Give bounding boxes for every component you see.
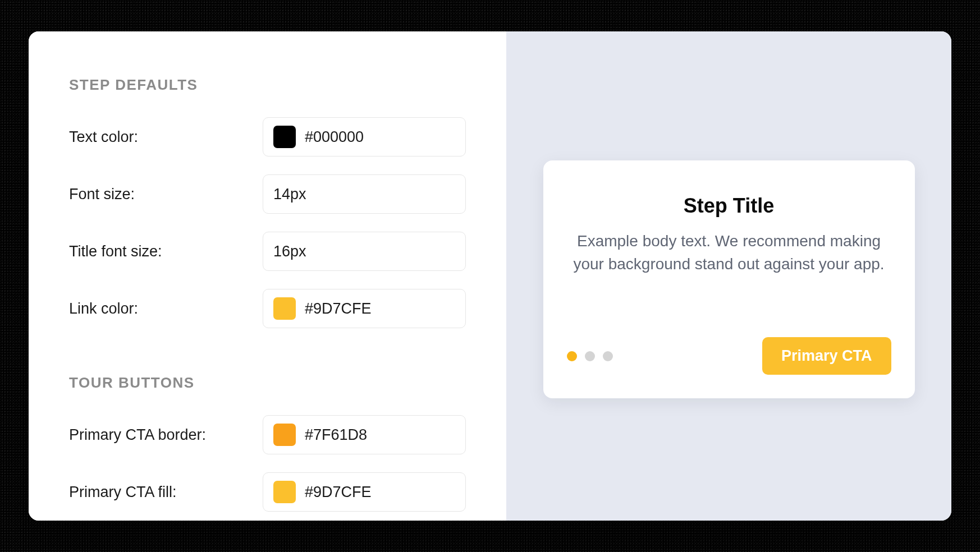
primary-cta-fill-input[interactable]: #9D7CFE: [263, 472, 466, 512]
text-color-swatch[interactable]: [273, 126, 296, 148]
preview-body: Example body text. We recommend making y…: [567, 230, 891, 275]
font-size-input[interactable]: 14px: [263, 174, 466, 214]
step-defaults-header: STEP DEFAULTS: [69, 76, 466, 94]
text-color-input[interactable]: #000000: [263, 117, 466, 157]
primary-cta-fill-row: Primary CTA fill: #9D7CFE: [69, 472, 466, 512]
link-color-input[interactable]: #9D7CFE: [263, 289, 466, 328]
font-size-label: Font size:: [69, 186, 263, 203]
primary-cta-border-swatch[interactable]: [273, 424, 296, 446]
primary-cta-border-value: #7F61D8: [305, 426, 367, 444]
primary-cta-border-row: Primary CTA border: #7F61D8: [69, 415, 466, 454]
font-size-value: 14px: [273, 186, 306, 203]
text-color-label: Text color:: [69, 128, 263, 146]
preview-footer: Primary CTA: [567, 337, 891, 375]
font-size-row: Font size: 14px: [69, 174, 466, 214]
title-font-size-value: 16px: [273, 243, 306, 260]
primary-cta-button[interactable]: Primary CTA: [762, 337, 891, 375]
progress-dot-2[interactable]: [585, 351, 595, 361]
title-font-size-row: Title font size: 16px: [69, 232, 466, 271]
noise-background: STEP DEFAULTS Text color: #000000 Font s…: [0, 0, 980, 552]
primary-cta-border-label: Primary CTA border:: [69, 426, 263, 444]
settings-panel: STEP DEFAULTS Text color: #000000 Font s…: [29, 31, 506, 521]
text-color-value: #000000: [305, 128, 364, 146]
link-color-value: #9D7CFE: [305, 300, 372, 318]
primary-cta-fill-swatch[interactable]: [273, 481, 296, 503]
primary-cta-fill-label: Primary CTA fill:: [69, 484, 263, 501]
tour-buttons-header: TOUR BUTTONS: [69, 374, 466, 392]
primary-cta-fill-value: #9D7CFE: [305, 484, 372, 501]
link-color-row: Link color: #9D7CFE: [69, 289, 466, 328]
title-font-size-input[interactable]: 16px: [263, 232, 466, 271]
progress-dot-1[interactable]: [567, 351, 577, 361]
editor-card: STEP DEFAULTS Text color: #000000 Font s…: [29, 31, 951, 521]
preview-panel: Step Title Example body text. We recomme…: [506, 31, 951, 521]
progress-dot-3[interactable]: [603, 351, 613, 361]
primary-cta-border-input[interactable]: #7F61D8: [263, 415, 466, 454]
preview-title: Step Title: [567, 194, 891, 218]
preview-card: Step Title Example body text. We recomme…: [543, 160, 915, 398]
title-font-size-label: Title font size:: [69, 243, 263, 260]
text-color-row: Text color: #000000: [69, 117, 466, 157]
link-color-swatch[interactable]: [273, 297, 296, 320]
link-color-label: Link color:: [69, 300, 263, 318]
progress-dots: [567, 351, 613, 361]
